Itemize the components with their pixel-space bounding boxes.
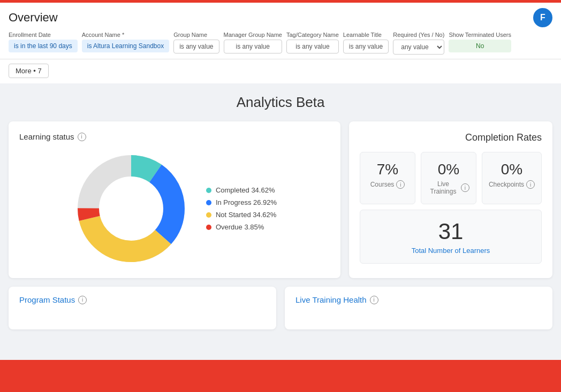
more-row: More • 7 (0, 59, 561, 83)
metric-grid: 7% Courses i 0% Live Trainings i (360, 152, 542, 204)
page-title: Overview (9, 11, 58, 25)
filter-group-required: Required (Yes / No) any value Yes No (393, 32, 444, 55)
more-button[interactable]: More • 7 (9, 64, 49, 78)
checkpoints-info-icon[interactable]: i (526, 180, 535, 189)
metric-courses: 7% Courses i (360, 152, 415, 204)
filter-label-enrollment: Enrollment Date (9, 32, 78, 38)
metric-live-trainings: 0% Live Trainings i (421, 152, 476, 204)
filter-group-manager: Manager Group Name is any value (224, 32, 282, 53)
filter-label-manager: Manager Group Name (224, 32, 282, 38)
filter-group-account: Account Name * is Altura Learning Sandbo… (82, 32, 169, 52)
completion-rates-title: Completion Rates (360, 132, 542, 143)
learning-status-title: Learning status i (19, 132, 330, 141)
filter-label-tag: Tag/Category Name (286, 32, 339, 38)
program-status-title: Program Status i (19, 295, 266, 304)
legend-dot-completed (206, 188, 211, 193)
filter-group-learnable: Learnable Title is any value (343, 32, 389, 53)
analytics-title: Analytics Beta (9, 94, 552, 111)
filter-row: Enrollment Date is in the last 90 days A… (9, 32, 552, 59)
filter-chip-groupname[interactable]: is any value (173, 40, 219, 53)
filter-group-enrollment: Enrollment Date is in the last 90 days (9, 32, 78, 52)
chart-legend: Completed 34.62% In Progress 26.92% Not … (206, 186, 277, 231)
legend-label-completed: Completed 34.62% (216, 186, 275, 194)
legend-label-notstarted: Not Started 34.62% (216, 211, 276, 219)
completion-rates-card: Completion Rates 7% Courses i 0% Live Tr… (349, 121, 552, 278)
live-trainings-info-icon[interactable]: i (461, 183, 469, 192)
donut-svg (72, 150, 190, 267)
metric-checkpoints: 0% Checkpoints i (482, 152, 542, 204)
filter-chip-enrollment[interactable]: is in the last 90 days (9, 40, 78, 52)
legend-item-overdue: Overdue 3.85% (206, 223, 277, 231)
metric-label-live-trainings: Live Trainings i (428, 180, 469, 195)
metric-value-live-trainings: 0% (428, 161, 469, 178)
total-learners-label: Total Number of Learners (367, 247, 535, 255)
chart-container: Completed 34.62% In Progress 26.92% Not … (19, 150, 330, 267)
donut-chart (72, 150, 190, 267)
filter-chip-tag[interactable]: is any value (286, 40, 339, 53)
main-content: Analytics Beta Learning status i (0, 83, 561, 340)
legend-item-inprogress: In Progress 26.92% (206, 198, 277, 206)
metric-value-checkpoints: 0% (489, 161, 535, 178)
legend-dot-overdue (206, 225, 211, 230)
bottom-cards-row: Program Status i Live Training Health i (9, 287, 552, 329)
filter-label-terminated: Show Terminated Users (449, 32, 511, 38)
legend-label-overdue: Overdue 3.85% (216, 223, 264, 231)
filter-label-learnable: Learnable Title (343, 32, 389, 38)
total-learners-value: 31 (367, 219, 535, 244)
learning-status-info-icon[interactable]: i (78, 133, 86, 141)
live-training-health-title: Live Training Health i (295, 295, 542, 304)
filter-chip-account[interactable]: is Altura Learning Sandbox (82, 40, 169, 52)
metric-label-checkpoints: Checkpoints i (489, 180, 535, 189)
program-status-info-icon[interactable]: i (78, 296, 87, 304)
cards-row: Learning status i (9, 121, 552, 278)
filter-group-terminated: Show Terminated Users No (449, 32, 511, 52)
filter-chip-learnable[interactable]: is any value (343, 40, 389, 53)
courses-info-icon[interactable]: i (396, 180, 405, 189)
live-training-health-info-icon[interactable]: i (370, 296, 378, 304)
legend-label-inprogress: In Progress 26.92% (216, 198, 277, 206)
filter-label-required: Required (Yes / No) (393, 32, 444, 38)
legend-item-notstarted: Not Started 34.62% (206, 211, 277, 219)
filter-select-required[interactable]: any value Yes No (393, 40, 444, 55)
svg-point-5 (102, 179, 161, 238)
filter-chip-manager[interactable]: is any value (224, 40, 282, 53)
header: Overview F Enrollment Date is in the las… (0, 3, 561, 59)
filter-label-groupname: Group Name (173, 32, 219, 38)
program-status-card: Program Status i (9, 287, 276, 329)
filter-label-account: Account Name * (82, 32, 169, 38)
filter-group-groupname: Group Name is any value (173, 32, 219, 53)
legend-dot-notstarted (206, 212, 211, 218)
live-training-health-card: Live Training Health i (285, 287, 552, 329)
metric-label-courses: Courses i (367, 180, 408, 189)
learning-status-card: Learning status i (9, 121, 340, 278)
legend-item-completed: Completed 34.62% (206, 186, 277, 194)
legend-dot-inprogress (206, 200, 211, 205)
filter-group-tag: Tag/Category Name is any value (286, 32, 339, 53)
metric-total-learners: 31 Total Number of Learners (360, 210, 542, 264)
filter-chip-terminated[interactable]: No (449, 40, 511, 52)
avatar[interactable]: F (533, 8, 552, 27)
metric-value-courses: 7% (367, 161, 408, 178)
